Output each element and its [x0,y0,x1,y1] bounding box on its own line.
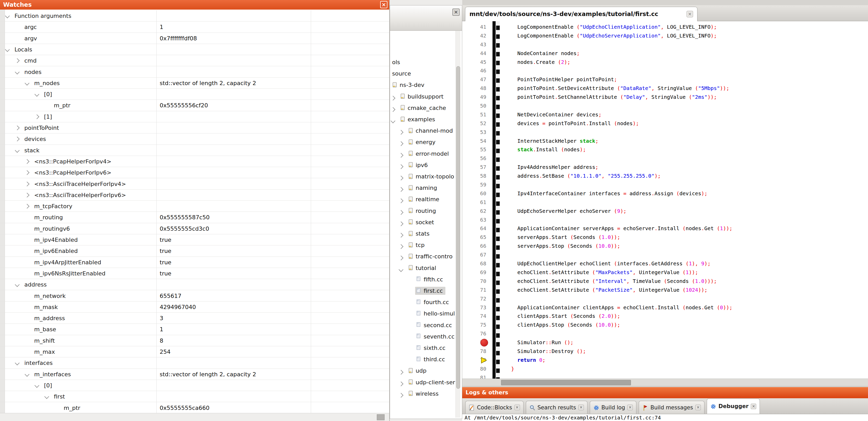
watch-row[interactable]: m_network655617 [0,290,389,301]
code-line[interactable]: Simulator::Run (); [511,338,733,347]
code-line[interactable]: } [511,365,733,374]
close-icon[interactable]: × [515,405,520,410]
breakpoint-icon[interactable] [480,339,488,347]
expander-icon[interactable] [399,141,403,146]
code-line[interactable]: Simulator::Destroy (); [511,347,733,356]
logs-tab-build-log[interactable]: Build log× [590,401,637,414]
expander-icon[interactable] [34,114,39,119]
expander-icon[interactable] [25,81,29,85]
expander-icon[interactable] [15,58,20,63]
expander-icon[interactable] [399,130,403,134]
logs-tab-debugger[interactable]: Debugger× [707,398,760,414]
expander-icon[interactable] [399,244,403,249]
tree-vertical-scrollbar[interactable] [456,31,460,418]
code-line[interactable] [511,251,733,259]
code-line[interactable]: PointToPointHelper pointToPoint; [511,75,733,84]
logs-tab-build-messages[interactable]: Build messages× [639,401,705,414]
code-line[interactable]: LogComponentEnable ("UdpEchoServerApplic… [511,32,733,40]
code-line[interactable]: clientApps.Start (Seconds (2.0)); [511,312,733,321]
code-line[interactable]: NodeContainer nodes; [511,49,733,58]
code-line[interactable]: stack.Install (nodes); [511,145,733,154]
logs-tab-code-blocks[interactable]: Code::Blocks× [465,401,524,414]
expander-icon[interactable] [25,170,29,175]
watch-row[interactable]: argv0x7fffffffdf08 [0,33,389,44]
watch-row[interactable]: m_address3 [0,313,389,324]
expander-icon[interactable] [15,137,20,141]
code-line[interactable]: NetDeviceContainer devices; [511,110,733,119]
logs-panel-header[interactable]: Logs & others [462,387,868,398]
expander-icon[interactable] [5,13,9,18]
expander-icon[interactable] [399,233,403,237]
watch-row[interactable]: devices [0,133,389,144]
code-line[interactable]: pointToPoint.SetDeviceAttribute ("DataRa… [511,84,733,93]
code-line[interactable] [511,295,733,303]
code-line[interactable]: clientApps.Stop (Seconds (10.0)); [511,321,733,329]
expander-icon[interactable] [15,70,20,74]
close-icon[interactable]: × [687,11,693,17]
expander-icon[interactable] [25,372,29,377]
scrollbar-thumb[interactable] [456,66,460,389]
code-line[interactable] [511,128,733,137]
watch-row[interactable]: [0] [0,380,389,391]
code-line[interactable]: UdpEchoServerHelper echoServer (9); [511,207,733,216]
watch-row[interactable]: m_routing0x555555587c50 [0,212,389,223]
watch-row[interactable]: [0] [0,89,389,100]
editor-horizontal-scrollbar[interactable] [462,379,868,386]
expander-icon[interactable] [399,370,403,375]
code-line[interactable]: ApplicationContainer clientApps = echoCl… [511,303,733,312]
watch-row[interactable]: <ns3::PcapHelperForIpv6> [0,167,389,178]
code-text[interactable]: LogComponentEnable ("UdpEchoClientApplic… [511,23,733,379]
code-line[interactable]: Ipv4AddressHelper address; [511,163,733,172]
code-line[interactable]: address.SetBase ("10.1.1.0", "255.255.25… [511,172,733,181]
code-line[interactable]: echoClient.SetAttribute ("Interval", Tim… [511,277,733,286]
watch-row[interactable]: nodes [0,66,389,77]
logs-tab-search-results[interactable]: Search results× [526,401,587,414]
watch-row[interactable]: m_shift8 [0,335,389,346]
scrollbar-thumb[interactable] [377,414,384,420]
watch-row[interactable]: m_tcpFactory [0,201,389,212]
watch-row[interactable]: Function arguments [0,10,389,22]
watch-row[interactable]: m_ipv6NsRsJitterEnabledtrue [0,268,389,279]
watch-row[interactable]: <ns3::AsciiTraceHelperForIpv4> [0,179,389,190]
watch-row[interactable]: m_ipv6Enabledtrue [0,246,389,257]
watch-row[interactable]: <ns3::PcapHelperForIpv4> [0,156,389,167]
watch-row[interactable]: Locals [0,44,389,55]
expander-icon[interactable] [399,393,403,397]
code-area[interactable]: 4142434445464748495051525354555657585960… [462,21,868,379]
close-icon[interactable]: × [380,1,388,8]
watch-row[interactable]: pointToPoint [0,122,389,133]
code-line[interactable] [511,181,733,189]
watch-row[interactable]: m_ptr0x55555556cf20 [0,100,389,111]
code-line[interactable]: return 0; [511,356,733,365]
editor-tab-first-cc[interactable]: mnt/dev/tools/source/ns-3-dev/examples/t… [465,7,698,22]
code-line[interactable]: InternetStackHelper stack; [511,137,733,145]
watch-row[interactable]: m_base1 [0,324,389,335]
close-icon[interactable]: × [627,405,633,410]
code-line[interactable]: echoClient.SetAttribute ("PacketSize", U… [511,286,733,295]
watch-row[interactable]: m_interfacesstd::vector of length 2, cap… [0,369,389,380]
close-icon[interactable]: × [453,8,460,16]
expander-icon[interactable] [15,148,20,153]
expander-icon[interactable] [391,96,395,100]
code-line[interactable]: pointToPoint.SetChannelAttribute ("Delay… [511,93,733,102]
code-line[interactable] [511,216,733,224]
expander-icon[interactable] [15,361,20,365]
code-line[interactable] [511,66,733,75]
watch-row[interactable]: first [0,391,389,402]
expander-icon[interactable] [15,282,20,287]
expander-icon[interactable] [399,382,403,386]
watch-row[interactable]: m_max254 [0,346,389,357]
expander-icon[interactable] [399,187,403,192]
watch-row[interactable]: stack [0,145,389,156]
code-line[interactable]: UdpEchoClientHelper echoClient (interfac… [511,259,733,268]
close-icon[interactable]: × [579,405,584,410]
expander-icon[interactable] [25,204,29,208]
close-icon[interactable]: × [695,405,701,410]
expander-icon[interactable] [399,175,403,180]
expander-icon[interactable] [399,210,403,215]
expander-icon[interactable] [5,47,9,52]
watch-row[interactable]: m_nodesstd::vector of length 2, capacity… [0,77,389,89]
code-line[interactable]: devices = pointToPoint.Install (nodes); [511,119,733,128]
expander-icon[interactable] [399,164,403,169]
expander-icon[interactable] [34,92,39,96]
